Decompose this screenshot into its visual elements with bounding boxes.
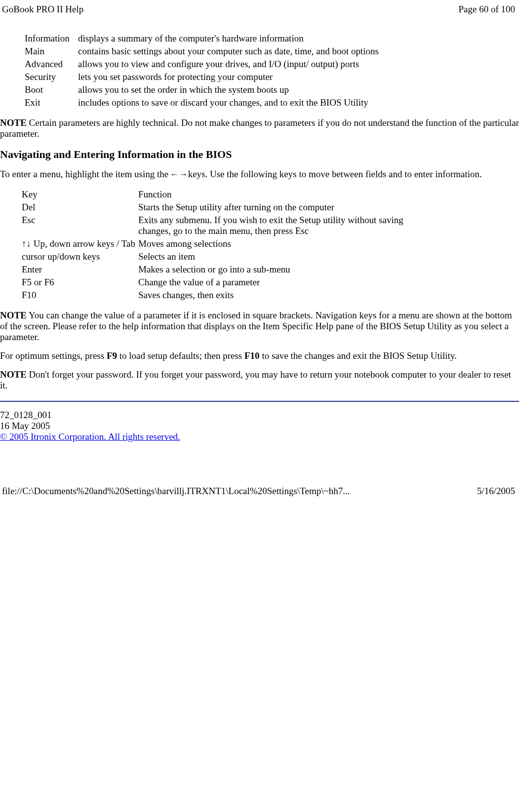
intro-paragraph: To enter a menu, highlight the item usin… xyxy=(0,169,519,180)
menu-name: Boot xyxy=(25,84,77,96)
menu-desc: includes options to save or discard your… xyxy=(78,97,379,109)
note-text: You can change the value of a parameter … xyxy=(0,310,512,342)
menu-desc: lets you set passwords for protecting yo… xyxy=(78,71,379,83)
text-part: to save the changes and exit the BIOS Se… xyxy=(260,350,457,361)
bios-menu-table: Informationdisplays a summary of the com… xyxy=(24,32,380,110)
func-cell: Change the value of a parameter xyxy=(138,276,437,288)
f9-key: F9 xyxy=(107,350,117,361)
key-cell: F5 or F6 xyxy=(22,276,137,288)
table-row: EscExits any submenu. If you wish to exi… xyxy=(22,214,437,237)
menu-desc: allows you to set the order in which the… xyxy=(78,84,379,96)
key-function-table: Key Function DelStarts the Setup utility… xyxy=(21,188,438,302)
func-cell: Selects an item xyxy=(138,251,437,263)
key-text: Up, down arrow keys / Tab xyxy=(31,238,135,249)
note-text: Don't forget your password. If you forge… xyxy=(0,369,511,390)
text-part: For optimum settings, press xyxy=(0,350,107,361)
key-header: Key xyxy=(22,189,137,200)
menu-name: Advanced xyxy=(25,58,77,70)
page-content: Informationdisplays a summary of the com… xyxy=(0,32,519,442)
table-header-row: Key Function xyxy=(22,189,437,200)
key-cell: ↑↓ Up, down arrow keys / Tab xyxy=(22,238,137,250)
key-cell: Esc xyxy=(22,214,137,237)
intro-pre: To enter a menu, highlight the item usin… xyxy=(0,169,168,179)
func-cell: Saves changes, then exits xyxy=(138,289,437,301)
text-part: to load setup defaults; then press xyxy=(117,350,244,361)
note-text: Certain parameters are highly technical.… xyxy=(0,117,519,139)
note-paragraph: NOTE Don't forget your password. If you … xyxy=(0,369,519,391)
menu-desc: allows you to view and configure your dr… xyxy=(78,58,379,70)
note-label: NOTE xyxy=(0,310,27,320)
menu-desc: contains basic settings about your compu… xyxy=(78,45,379,57)
left-right-arrow-icon: ← → xyxy=(168,169,188,179)
section-divider xyxy=(0,401,519,402)
footer-date: 5/16/2005 xyxy=(477,486,515,497)
table-row: Maincontains basic settings about your c… xyxy=(25,45,379,57)
menu-name: Information xyxy=(25,33,77,44)
copyright-link[interactable]: © 2005 Itronix Corporation. All rights r… xyxy=(0,431,180,442)
note-label: NOTE xyxy=(0,369,27,380)
func-cell: Moves among selections xyxy=(138,238,437,250)
menu-desc: displays a summary of the computer's har… xyxy=(78,33,379,44)
document-id: 72_0128_001 xyxy=(0,410,519,421)
page-footer: file://C:\Documents%20and%20Settings\bar… xyxy=(0,484,519,501)
func-cell: Starts the Setup utility after turning o… xyxy=(138,201,437,213)
table-row: Bootallows you to set the order in which… xyxy=(25,84,379,96)
table-row: ↑↓ Up, down arrow keys / Tab Moves among… xyxy=(22,238,437,250)
table-row: Exit includes options to save or discard… xyxy=(25,97,379,109)
document-date: 16 May 2005 xyxy=(0,421,519,431)
function-header: Function xyxy=(138,189,437,200)
key-cell: F10 xyxy=(22,289,137,301)
table-row: cursor up/down keysSelects an item xyxy=(22,251,437,263)
up-down-arrow-icon: ↑↓ xyxy=(22,238,31,249)
header-page: Page 60 of 100 xyxy=(458,4,515,15)
page-header: GoBook PRO II Help Page 60 of 100 xyxy=(0,0,519,17)
table-row: DelStarts the Setup utility after turnin… xyxy=(22,201,437,213)
key-cell: cursor up/down keys xyxy=(22,251,137,263)
menu-name: Exit xyxy=(25,97,77,109)
f10-key: F10 xyxy=(244,350,260,361)
table-row: Informationdisplays a summary of the com… xyxy=(25,33,379,44)
key-cell: Enter xyxy=(22,264,137,275)
section-heading: Navigating and Entering Information in t… xyxy=(0,148,519,161)
func-cell: Exits any submenu. If you wish to exit t… xyxy=(138,214,437,237)
table-row: EnterMakes a selection or go into a sub-… xyxy=(22,264,437,275)
menu-name: Main xyxy=(25,45,77,57)
table-row: F5 or F6Change the value of a parameter xyxy=(22,276,437,288)
table-row: Security lets you set passwords for prot… xyxy=(25,71,379,83)
note-label: NOTE xyxy=(0,117,27,128)
note-paragraph: NOTE Certain parameters are highly techn… xyxy=(0,117,519,139)
footer-path: file://C:\Documents%20and%20Settings\bar… xyxy=(2,486,350,497)
optimum-paragraph: For optimum settings, press F9 to load s… xyxy=(0,350,519,361)
key-cell: Del xyxy=(22,201,137,213)
table-row: Advancedallows you to view and configure… xyxy=(25,58,379,70)
menu-name: Security xyxy=(25,71,77,83)
note-paragraph: NOTE You can change the value of a param… xyxy=(0,310,519,343)
func-cell: Makes a selection or go into a sub-menu xyxy=(138,264,437,275)
intro-post: keys. Use the following keys to move bet… xyxy=(188,169,482,179)
table-row: F10Saves changes, then exits xyxy=(22,289,437,301)
header-title: GoBook PRO II Help xyxy=(2,4,83,15)
